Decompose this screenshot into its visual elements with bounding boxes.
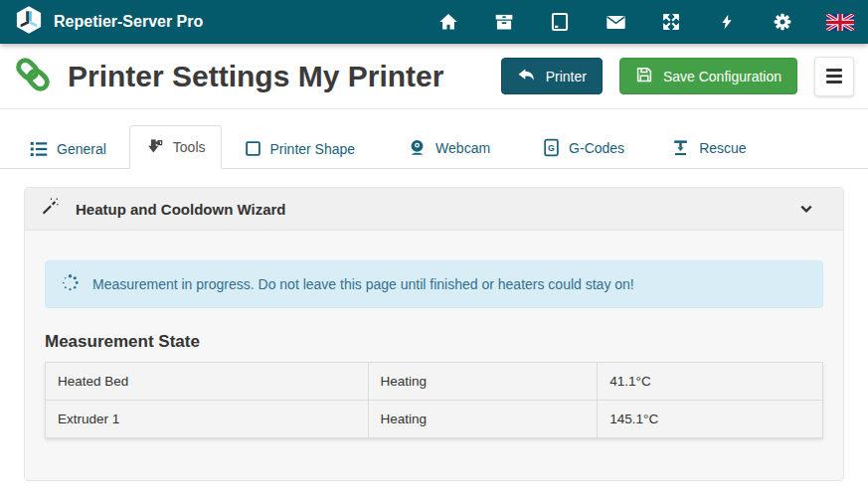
page-title: Printer Settings My Printer	[68, 60, 443, 93]
page-header: Printer Settings My Printer Printer Save…	[0, 44, 868, 109]
tab-rescue[interactable]: Rescue	[655, 126, 762, 169]
link-chain-icon	[14, 56, 52, 97]
fullscreen-icon[interactable]	[659, 10, 683, 34]
measurement-progress-alert: Measurement in progress. Do not leave th…	[45, 260, 823, 308]
home-icon[interactable]	[436, 10, 460, 34]
magic-wand-icon	[40, 198, 59, 221]
brand[interactable]: Repetier-Server Pro	[14, 5, 203, 39]
panel-title: Heatup and Cooldown Wizard	[76, 201, 286, 218]
save-configuration-button[interactable]: Save Configuration	[619, 58, 797, 94]
tab-gcodes[interactable]: G G-Codes	[527, 126, 640, 169]
tab-general-label: General	[57, 141, 106, 157]
spinner-icon	[61, 273, 80, 295]
panel-body: Measurement in progress. Do not leave th…	[25, 231, 843, 438]
tab-webcam[interactable]: Webcam	[392, 126, 506, 169]
printer-button[interactable]: Printer	[501, 58, 603, 94]
tab-rescue-label: Rescue	[699, 140, 746, 156]
save-floppy-icon	[635, 66, 653, 86]
heater-temperature: 145.1°C	[598, 401, 823, 438]
chevron-down-icon[interactable]	[798, 201, 814, 217]
reply-arrow-icon	[517, 66, 536, 87]
bolt-icon[interactable]	[715, 10, 739, 34]
heater-name: Heated Bed	[46, 363, 369, 401]
tab-tools[interactable]: Tools	[129, 125, 222, 169]
repetier-logo-icon	[14, 5, 44, 39]
tab-gcodes-label: G-Codes	[569, 140, 624, 156]
brand-title: Repetier-Server Pro	[54, 13, 203, 31]
gcode-letter: G	[548, 143, 555, 153]
heater-temperature: 41.1°C	[598, 363, 823, 401]
language-flag-icon[interactable]	[826, 10, 854, 34]
printer-button-label: Printer	[546, 69, 587, 84]
tab-webcam-label: Webcam	[435, 140, 490, 156]
tab-printer-shape-label: Printer Shape	[270, 141, 356, 157]
measurement-state-table: Heated Bed Heating 41.1°C Extruder 1 Hea…	[45, 362, 823, 438]
heater-status: Heating	[368, 401, 598, 438]
messages-icon[interactable]	[604, 10, 627, 34]
table-row: Heated Bed Heating 41.1°C	[46, 363, 823, 401]
hamburger-icon	[826, 69, 842, 83]
alert-text: Measurement in progress. Do not leave th…	[92, 276, 634, 292]
archive-box-icon[interactable]	[492, 10, 516, 34]
save-button-label: Save Configuration	[663, 69, 781, 84]
panel-header[interactable]: Heatup and Cooldown Wizard	[25, 188, 843, 231]
heatup-cooldown-panel: Heatup and Cooldown Wizard Me	[24, 187, 844, 481]
menu-button[interactable]	[814, 57, 854, 96]
measurement-state-heading: Measurement State	[45, 332, 823, 352]
heater-status: Heating	[368, 363, 598, 401]
settings-gear-icon[interactable]	[771, 10, 794, 34]
tab-tools-label: Tools	[173, 139, 206, 155]
heater-name: Extruder 1	[46, 401, 369, 438]
tab-general[interactable]: General	[14, 129, 122, 169]
top-navbar: Repetier-Server Pro	[0, 0, 868, 44]
table-row: Extruder 1 Heating 145.1°C	[46, 401, 823, 438]
touchscreen-icon[interactable]	[548, 10, 572, 34]
settings-tabs: General Tools Printer Shape Webcam	[0, 109, 868, 169]
navbar-icons	[405, 10, 854, 34]
tab-printer-shape[interactable]: Printer Shape	[229, 128, 372, 169]
